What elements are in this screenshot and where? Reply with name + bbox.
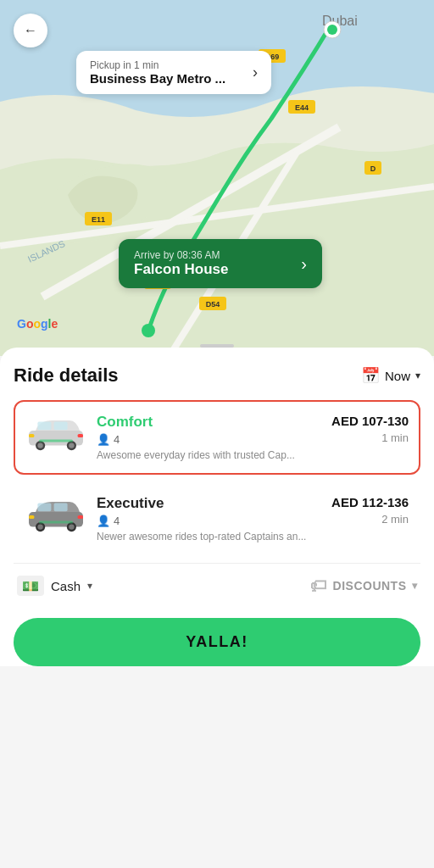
pickup-label: Pickup in 1 min [90,59,244,71]
svg-text:D: D [370,164,376,173]
discount-icon: 🏷 [310,576,328,596]
executive-option-desc: Newer awesome rides top-rated Captains a… [97,531,321,542]
arrive-name: Falcon House [134,261,291,278]
svg-text:E44: E44 [295,103,309,112]
cash-icon: 💵 [17,576,44,596]
ride-option-executive[interactable]: Executive 👤 4 Newer awesome rides top-ra… [14,481,420,556]
executive-car-image [25,495,86,532]
person-icon-exec: 👤 [97,515,110,527]
arrive-label: Arrive by 08:36 AM [134,249,291,261]
svg-text:E11: E11 [92,215,105,224]
ride-details-header: Ride details 📅 Now ▾ [14,364,420,387]
comfort-car-image [25,414,86,451]
arrive-arrow-icon: › [301,254,307,274]
svg-rect-40 [78,515,83,519]
executive-eta: 2 min [331,513,409,526]
person-icon: 👤 [97,433,110,446]
payment-method-section[interactable]: 💵 Cash ▾ [17,576,92,596]
ride-option-comfort[interactable]: Comfort 👤 4 Awesome everyday rides with … [14,400,420,475]
yalla-label: YALLA! [186,633,248,650]
discount-button[interactable]: 🏷 DISCOUNTS ▾ [310,576,417,596]
calendar-icon: 📅 [361,366,380,385]
pickup-name: Business Bay Metro ... [90,71,244,86]
ride-details-title: Ride details [14,364,118,387]
svg-rect-30 [78,434,83,437]
google-logo: Google [17,317,58,331]
executive-option-price: AED 112-136 2 min [331,495,409,526]
back-button[interactable]: ← [14,14,47,47]
schedule-chevron-icon: ▾ [415,370,420,381]
pickup-card-text: Pickup in 1 min Business Bay Metro ... [90,59,244,86]
map-section: D69 E44 D E11 D57 D54 Dubai ISLANDS ← Pi… [0,0,434,356]
pickup-arrow-icon: › [253,64,258,81]
svg-rect-41 [39,520,73,523]
map-drag-pill [200,344,234,348]
comfort-option-name: Comfort [97,414,321,431]
discount-chevron-icon: ▾ [412,580,418,592]
comfort-option-price: AED 107-130 1 min [331,414,409,444]
payment-row: 💵 Cash ▾ 🏷 DISCOUNTS ▾ [14,563,420,608]
arrive-card[interactable]: Arrive by 08:36 AM Falcon House › [119,239,322,288]
executive-option-info: Executive 👤 4 Newer awesome rides top-ra… [97,495,321,542]
svg-rect-33 [37,504,51,512]
schedule-button[interactable]: 📅 Now ▾ [361,366,420,385]
comfort-option-info: Comfort 👤 4 Awesome everyday rides with … [97,414,321,461]
pickup-card[interactable]: Pickup in 1 min Business Bay Metro ... › [76,51,271,94]
comfort-option-desc: Awesome everyday rides with trusted Cap.… [97,449,321,461]
svg-point-19 [327,25,337,35]
svg-point-28 [69,442,74,448]
back-icon: ← [24,23,37,38]
svg-rect-29 [29,434,34,437]
svg-point-38 [69,524,74,529]
discount-label: DISCOUNTS [333,579,407,593]
svg-rect-31 [39,439,73,442]
payment-label: Cash [51,579,81,593]
arrive-card-text: Arrive by 08:36 AM Falcon House [134,249,291,278]
svg-rect-23 [37,422,51,431]
schedule-label: Now [385,369,410,383]
payment-chevron-icon: ▾ [87,580,92,592]
comfort-eta: 1 min [331,431,409,444]
svg-point-20 [142,324,155,337]
executive-option-name: Executive [97,495,321,512]
svg-point-36 [37,524,42,529]
executive-price-range: AED 112-136 [331,495,409,509]
yalla-button[interactable]: YALLA! [14,618,420,666]
comfort-price-range: AED 107-130 [331,414,409,428]
bottom-sheet: Ride details 📅 Now ▾ Comfort 👤 4 [0,348,434,666]
svg-rect-34 [54,504,68,512]
svg-text:D54: D54 [206,300,220,309]
svg-rect-39 [29,515,34,519]
executive-option-capacity: 👤 4 [97,515,321,527]
svg-rect-24 [54,422,68,431]
svg-point-26 [37,442,42,448]
comfort-option-capacity: 👤 4 [97,433,321,446]
